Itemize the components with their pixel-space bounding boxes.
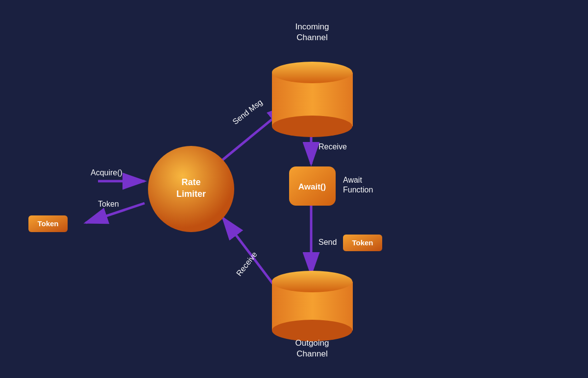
receive-top-label: Receive bbox=[318, 142, 347, 151]
outgoing-channel-top bbox=[272, 271, 352, 292]
await-label: Await() bbox=[298, 182, 326, 191]
acquire-label: Acquire() bbox=[91, 168, 122, 177]
await-function-label2: Function bbox=[343, 186, 373, 194]
send-label: Send bbox=[318, 238, 337, 246]
rate-limiter-label: Rate bbox=[181, 177, 200, 187]
incoming-channel-bottom bbox=[272, 116, 352, 137]
token-label-box-left: Token bbox=[37, 219, 58, 228]
incoming-channel-top bbox=[272, 62, 352, 83]
await-function-label: Await bbox=[343, 176, 362, 184]
outgoing-channel-label: Outgoing bbox=[295, 338, 329, 348]
incoming-channel-label2: Channel bbox=[296, 33, 327, 42]
incoming-channel-label: Incoming bbox=[295, 22, 329, 31]
rate-limiter-label2: Limiter bbox=[176, 189, 206, 199]
token-label-box-right: Token bbox=[352, 238, 373, 247]
outgoing-channel-label2: Channel bbox=[296, 349, 327, 358]
token-label-left: Token bbox=[98, 200, 119, 208]
